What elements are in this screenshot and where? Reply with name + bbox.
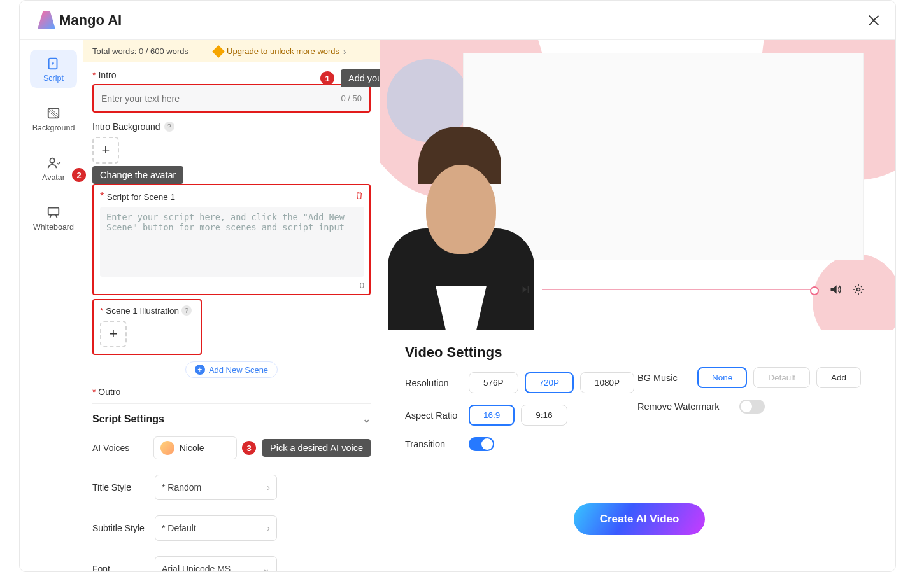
script-settings-toggle[interactable]: Script Settings ⌄ bbox=[92, 403, 371, 429]
scene-script-input[interactable] bbox=[100, 207, 364, 277]
watermark-toggle[interactable] bbox=[739, 400, 765, 414]
help-icon[interactable]: ? bbox=[181, 305, 192, 316]
timeline-slider[interactable] bbox=[542, 289, 819, 290]
play-next-button[interactable] bbox=[520, 284, 532, 295]
chevron-right-icon: › bbox=[267, 523, 270, 533]
watermark-label: Remove Watermark bbox=[637, 401, 739, 412]
trash-icon bbox=[354, 190, 364, 200]
brand-logo: Mango AI bbox=[38, 11, 122, 29]
ai-voice-select[interactable]: Nicole bbox=[153, 436, 237, 459]
video-preview bbox=[380, 40, 895, 330]
close-icon bbox=[867, 13, 881, 27]
ai-voices-label: AI Voices bbox=[92, 443, 153, 453]
video-settings-title: Video Settings bbox=[405, 344, 857, 361]
aspect-label: Aspect Ratio bbox=[405, 410, 469, 421]
sidebar-item-background[interactable]: Background bbox=[30, 99, 77, 137]
chevron-down-icon: ⌄ bbox=[262, 564, 270, 571]
bgmusic-none[interactable]: None bbox=[697, 367, 747, 388]
diamond-icon bbox=[212, 45, 225, 58]
close-button[interactable] bbox=[865, 11, 883, 29]
tip-tooltip-3: Pick a desired AI voice bbox=[262, 439, 371, 457]
bgmusic-label: BG Music bbox=[637, 373, 697, 383]
svg-rect-3 bbox=[48, 208, 59, 215]
font-label: Font bbox=[92, 564, 155, 571]
outro-label: Outro bbox=[98, 387, 120, 397]
subtitle-style-label: Subtitle Style bbox=[92, 523, 155, 533]
avatar-preview bbox=[388, 139, 534, 330]
create-video-button[interactable]: Create AI Video bbox=[574, 503, 705, 535]
resolution-720p[interactable]: 720P bbox=[525, 372, 574, 393]
aspect-16-9[interactable]: 16:9 bbox=[469, 405, 515, 426]
bgmusic-default[interactable]: Default bbox=[753, 367, 810, 388]
settings-button[interactable] bbox=[852, 283, 865, 296]
add-illustration-button[interactable]: + bbox=[100, 321, 127, 347]
bgmusic-add[interactable]: Add bbox=[816, 367, 861, 388]
intro-label: Intro bbox=[98, 70, 116, 80]
aspect-9-16[interactable]: 9:16 bbox=[521, 405, 567, 426]
whiteboard-icon bbox=[45, 205, 62, 220]
tip-badge-3: 3 bbox=[242, 441, 256, 455]
intro-bg-label: Intro Background bbox=[92, 122, 160, 132]
add-new-scene-button[interactable]: + Add New Scene bbox=[185, 361, 278, 378]
sidebar-label: Script bbox=[43, 74, 64, 83]
resolution-label: Resolution bbox=[405, 378, 469, 388]
avatar-icon bbox=[45, 155, 62, 171]
logo-mark-icon bbox=[38, 11, 55, 29]
total-words: Total words: 0 / 600 words bbox=[92, 46, 188, 56]
intro-counter: 0 / 50 bbox=[341, 94, 362, 103]
sidebar-item-script[interactable]: Script bbox=[30, 50, 77, 88]
intro-input-wrap[interactable]: 0 / 50 bbox=[92, 84, 371, 113]
help-icon[interactable]: ? bbox=[164, 122, 174, 132]
sidebar-label: Avatar bbox=[42, 173, 65, 182]
sidebar-item-avatar[interactable]: Avatar bbox=[30, 149, 77, 187]
transition-label: Transition bbox=[405, 439, 469, 449]
chevron-right-icon: › bbox=[343, 46, 346, 57]
chevron-right-icon: › bbox=[267, 482, 270, 492]
chevron-down-icon: ⌄ bbox=[362, 413, 371, 425]
subtitle-style-select[interactable]: * Default › bbox=[155, 515, 277, 541]
sidebar-label: Whiteboard bbox=[33, 223, 74, 232]
brand-name: Mango AI bbox=[59, 12, 122, 29]
upgrade-link[interactable]: Upgrade to unlock more words › bbox=[214, 46, 346, 57]
add-intro-bg-button[interactable]: + bbox=[92, 137, 119, 164]
resolution-1080p[interactable]: 1080P bbox=[580, 372, 634, 393]
svg-point-4 bbox=[857, 288, 860, 291]
volume-button[interactable] bbox=[829, 283, 842, 296]
font-select[interactable]: Arial Unicode MS ⌄ bbox=[155, 556, 277, 571]
sidebar-item-whiteboard[interactable]: Whiteboard bbox=[30, 199, 77, 237]
scene-counter: 0 bbox=[100, 281, 364, 290]
voice-avatar-icon bbox=[160, 441, 174, 455]
delete-scene-button[interactable] bbox=[354, 190, 364, 203]
tip-badge-2: 2 bbox=[72, 168, 86, 182]
title-style-select[interactable]: * Random › bbox=[155, 475, 277, 500]
intro-input[interactable] bbox=[101, 94, 341, 104]
tip-badge-1: 1 bbox=[320, 71, 334, 85]
script-icon bbox=[45, 56, 62, 71]
plus-icon: + bbox=[195, 365, 205, 375]
scene-title: Script for Scene 1 bbox=[107, 192, 175, 202]
resolution-576p[interactable]: 576P bbox=[469, 372, 518, 393]
transition-toggle[interactable] bbox=[469, 437, 494, 451]
scene-illus-label: Scene 1 Illustration bbox=[106, 306, 179, 316]
sidebar-label: Background bbox=[32, 123, 75, 132]
svg-point-2 bbox=[50, 158, 55, 163]
title-style-label: Title Style bbox=[92, 482, 155, 492]
tip-tooltip-2: Change the avatar bbox=[92, 166, 183, 184]
background-icon bbox=[45, 106, 62, 121]
